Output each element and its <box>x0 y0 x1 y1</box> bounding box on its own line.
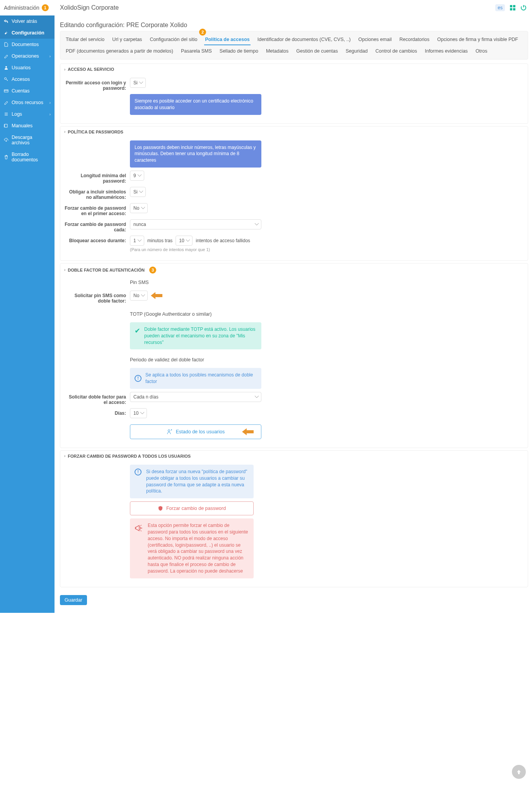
text-minutes-after: minutos tras <box>147 238 172 243</box>
arrow-left-icon <box>151 292 162 299</box>
info-totp: ✔ Doble factor mediante TOTP está activo… <box>130 322 261 349</box>
tab-informes[interactable]: Informes evidencias <box>421 45 472 57</box>
power-icon[interactable] <box>520 5 527 11</box>
select-allow-login[interactable]: Si <box>130 78 146 88</box>
tab-url[interactable]: Url y carpetas <box>108 34 146 45</box>
sidebar-label: Usuarios <box>12 65 31 70</box>
select-symbols[interactable]: Si <box>130 187 146 197</box>
select-solicitar-doble[interactable]: Cada n días <box>130 392 261 402</box>
sidebar-item-logs[interactable]: Logs › <box>0 108 55 120</box>
panel-header-forzar[interactable]: › FORZAR CAMBIO DE PASSWORD A TODOS LOS … <box>60 451 528 462</box>
tab-firma[interactable]: Opciones de firma y firma visible PDF <box>433 34 522 45</box>
tab-politica-accesos[interactable]: Política de accesos <box>201 34 253 45</box>
sidebar-label: Descarga archivos <box>12 135 51 145</box>
svg-point-6 <box>5 66 7 68</box>
key-icon <box>4 77 9 82</box>
sidebar-item-manuales[interactable]: Manuales <box>0 120 55 132</box>
list-icon <box>4 112 9 116</box>
file-icon <box>4 42 9 47</box>
chevron-right-icon: › <box>49 54 51 58</box>
sidebar-item-configuracion[interactable]: Configuración <box>0 27 55 39</box>
sidebar-item-documentos[interactable]: Documentos <box>0 39 55 50</box>
label-dias: Días: <box>64 408 130 416</box>
tab-titular[interactable]: Titular del servicio <box>62 34 108 45</box>
label-pin-sms: Solicitar pin SMS como doble factor: <box>64 291 130 304</box>
shield-icon <box>158 506 163 511</box>
tab-config-sitio[interactable]: Configuración del sitio <box>146 34 201 45</box>
sidebar-label: Accesos <box>12 77 30 82</box>
svg-point-7 <box>5 78 7 80</box>
sidebar-item-descarga[interactable]: Descarga archivos <box>0 132 55 149</box>
sidebar-label: Manuales <box>12 123 32 128</box>
info-forzar-red: Esta opción permite forzar el cambio de … <box>130 518 254 578</box>
page-title: Editando configuración: PRE Corporate Xo… <box>60 22 187 29</box>
sidebar-item-cuentas[interactable]: Cuentas <box>0 85 55 97</box>
tab-pdf[interactable]: PDF (documentos generados a partir de mo… <box>62 45 177 57</box>
svg-point-13 <box>168 429 170 431</box>
panel-header-politica[interactable]: › POLÍTICA DE PASSWORDS <box>60 127 528 137</box>
panel-header-acceso[interactable]: › ACCESO AL SERVICIO <box>60 64 528 75</box>
select-min-length[interactable]: 9 <box>130 171 144 181</box>
book-icon <box>4 123 9 128</box>
heading-totp: TOTP (Google Authenticator o similar) <box>130 311 524 317</box>
select-force-every[interactable]: nunca <box>130 219 261 229</box>
sidebar-item-usuarios[interactable]: Usuarios <box>0 62 55 74</box>
sidebar-item-otros-recursos[interactable]: Otros recursos › <box>0 97 55 108</box>
badge-1: 1 <box>42 4 49 11</box>
select-force-first[interactable]: No <box>130 203 148 213</box>
info-forzar-red-text: Esta opción permite forzar el cambio de … <box>148 522 249 574</box>
label-force-first: Forzar cambio de password en el primer a… <box>64 203 130 216</box>
wrench-icon <box>4 31 9 35</box>
info-cert-access: Siempre es posible acceder con un certif… <box>130 94 261 115</box>
tab-otros[interactable]: Otros <box>472 45 491 57</box>
chevron-right-icon: › <box>64 268 65 272</box>
sidebar-item-borrado[interactable]: Borrado documentos <box>0 149 55 166</box>
tab-recordatorios[interactable]: Recordatorios <box>396 34 433 45</box>
panel-header-doble[interactable]: › DOBLE FACTOR DE AUTENTICACIÓN 3 <box>60 263 528 277</box>
btn-estado-usuarios[interactable]: Estado de los usuarios <box>130 424 261 439</box>
tab-sms[interactable]: Pasarela SMS <box>177 45 216 57</box>
check-icon: ✔ <box>135 326 140 336</box>
btn-forzar-cambio[interactable]: Forzar cambio de password <box>130 501 254 515</box>
badge-3: 3 <box>149 267 156 274</box>
info-periodo: ! Se aplica a todos los posibles mecanis… <box>130 368 261 389</box>
tab-sellado[interactable]: Sellado de tiempo <box>216 45 262 57</box>
grid-icon[interactable] <box>510 5 516 11</box>
tab-identificador[interactable]: Identificador de documentos (CVE, CVS, .… <box>254 34 355 45</box>
info-periodo-text: Se aplica a todos los posibles mecanismo… <box>145 372 257 385</box>
svg-rect-3 <box>513 8 515 10</box>
sidebar-back[interactable]: Volver atrás <box>0 15 55 27</box>
label-symbols: Obligar a incluir símbolos no alfanuméri… <box>64 187 130 200</box>
svg-rect-0 <box>510 5 512 7</box>
section-title: DOBLE FACTOR DE AUTENTICACIÓN <box>68 268 145 272</box>
select-pin-sms[interactable]: No <box>130 291 148 301</box>
tab-cambios[interactable]: Control de cambios <box>372 45 421 57</box>
reply-icon <box>4 19 9 24</box>
tab-metadatos[interactable]: Metadatos <box>262 45 292 57</box>
tab-seguridad[interactable]: Seguridad <box>342 45 372 57</box>
sidebar-item-accesos[interactable]: Accesos <box>0 74 55 85</box>
select-block-attempts[interactable]: 10 <box>176 236 193 246</box>
note-attempts: (Para un número de intentos mayor que 1) <box>130 247 524 252</box>
sidebar-item-operaciones[interactable]: Operaciones › <box>0 50 55 62</box>
select-block-minutes[interactable]: 1 <box>130 236 144 246</box>
btn-estado-label: Estado de los usuarios <box>176 429 225 434</box>
label-block: Bloquear acceso durante: <box>64 236 130 243</box>
info-icon: ! <box>135 469 142 475</box>
tab-cuentas[interactable]: Gestión de cuentas <box>292 45 342 57</box>
trash-icon <box>4 155 9 159</box>
sidebar-label: Otros recursos <box>12 100 43 105</box>
text-attempts-tail: intentos de acceso fallidos <box>196 238 250 243</box>
save-button[interactable]: Guardar <box>60 595 87 605</box>
chevron-right-icon: › <box>49 112 51 116</box>
label-solicitar-doble: Solicitar doble factor para el acceso: <box>64 392 130 405</box>
user-icon <box>4 65 9 70</box>
info-forzar-blue: ! Si desea forzar una nueva "política de… <box>130 465 254 498</box>
select-dias[interactable]: 10 <box>130 408 147 418</box>
lang-switch[interactable]: es <box>495 4 505 11</box>
chevron-right-icon: › <box>64 130 65 134</box>
tab-email[interactable]: Opciones email <box>355 34 396 45</box>
edit-icon <box>4 54 9 58</box>
info-forzar-blue-text: Si desea forzar una nueva "política de p… <box>146 469 249 494</box>
sidebar-label: Logs <box>12 111 22 117</box>
